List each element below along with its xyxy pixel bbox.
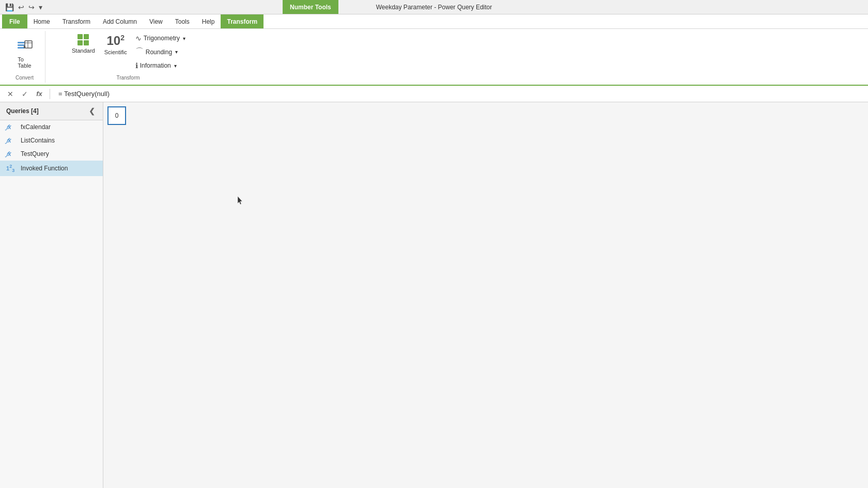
collapse-sidebar-button[interactable]: ❮ — [87, 106, 97, 116]
transform-group-label: Transform — [116, 73, 140, 81]
sidebar-item-testquery[interactable]: 𝑓x TestQuery — [0, 147, 103, 161]
icon-123-invoked: 123 — [6, 164, 17, 173]
redo-button[interactable]: ↪ — [27, 2, 36, 12]
quick-access-dropdown[interactable]: ▾ — [38, 2, 43, 12]
tab-add-column[interactable]: Add Column — [97, 14, 143, 28]
formula-bar-divider — [50, 89, 50, 99]
fx-icon-listcontains: 𝑓x — [6, 137, 17, 144]
undo-button[interactable]: ↩ — [17, 2, 25, 12]
sidebar-item-fxcalendar[interactable]: 𝑓x fxCalendar — [0, 120, 103, 134]
standard-label: Standard — [72, 48, 95, 54]
queries-label: Queries [4] — [6, 107, 39, 115]
svg-rect-3 — [25, 41, 32, 48]
trigonometry-dropdown-icon: ▾ — [183, 36, 185, 41]
to-table-label: To Table — [18, 56, 31, 69]
save-button[interactable]: 💾 — [4, 2, 15, 12]
fx-icon-testquery: 𝑓x — [6, 150, 17, 158]
svg-rect-2 — [18, 47, 25, 49]
title-bar: 💾 ↩ ↪ ▾ Number Tools Weekday Parameter -… — [0, 0, 868, 14]
app-title: Weekday Parameter - Power Query Editor — [376, 4, 492, 11]
to-table-icon — [16, 38, 34, 56]
sidebar: Queries [4] ❮ 𝑓x fxCalendar 𝑓x ListConta… — [0, 102, 103, 488]
sidebar-item-invoked-function[interactable]: 123 Invoked Function — [0, 161, 103, 176]
main-area: Queries [4] ❮ 𝑓x fxCalendar 𝑓x ListConta… — [0, 102, 868, 488]
information-button[interactable]: ℹ Information ▾ — [133, 60, 188, 71]
information-icon: ℹ — [135, 61, 138, 70]
tab-transform[interactable]: Transform — [56, 14, 97, 28]
transform-group-content: Standard 102 Scientific ∿ Trigonometry ▾… — [69, 33, 188, 73]
ribbon-tabs: File Home Transform Add Column View Tool… — [0, 14, 868, 29]
tab-tools[interactable]: Tools — [169, 14, 196, 28]
fx-icon-fxcalendar: 𝑓x — [6, 123, 17, 131]
query-label-testquery: TestQuery — [21, 150, 49, 158]
sidebar-item-listcontains[interactable]: 𝑓x ListContains — [0, 134, 103, 147]
convert-group: To Table Convert — [4, 31, 45, 83]
information-label: Information — [140, 62, 171, 69]
tab-file[interactable]: File — [2, 14, 27, 28]
cursor-indicator — [237, 195, 243, 206]
quick-access-toolbar: 💾 ↩ ↪ ▾ — [0, 2, 48, 12]
scientific-label: Scientific — [104, 49, 127, 55]
standard-button[interactable]: Standard — [69, 33, 98, 55]
rounding-button[interactable]: ⌒ Rounding ▾ — [133, 45, 188, 58]
content-area: 0 — [103, 102, 868, 488]
tab-home[interactable]: Home — [27, 14, 56, 28]
formula-fx-button[interactable]: fx — [33, 88, 45, 100]
query-label-invoked-function: Invoked Function — [21, 165, 68, 172]
information-dropdown-icon: ▾ — [174, 63, 177, 69]
number-tools-tab[interactable]: Number Tools — [283, 0, 338, 14]
tab-help[interactable]: Help — [196, 14, 221, 28]
svg-rect-1 — [18, 44, 25, 46]
trigonometry-icon: ∿ — [135, 34, 142, 42]
tab-transform-active[interactable]: Transform — [221, 14, 264, 28]
query-label-fxcalendar: fxCalendar — [21, 123, 51, 131]
query-label-listcontains: ListContains — [21, 137, 55, 144]
rounding-icon: ⌒ — [135, 46, 144, 57]
ribbon: To Table Convert Standard — [0, 29, 868, 86]
trigonometry-label: Trigonometry — [144, 35, 180, 42]
transform-group: Standard 102 Scientific ∿ Trigonometry ▾… — [45, 31, 211, 83]
rounding-label: Rounding — [146, 49, 172, 56]
result-cell[interactable]: 0 — [107, 106, 126, 125]
formula-confirm-button[interactable]: ✓ — [19, 88, 31, 100]
convert-group-content: To Table — [12, 33, 37, 73]
rounding-dropdown-icon: ▾ — [175, 49, 178, 55]
trig-rounding-info: ∿ Trigonometry ▾ ⌒ Rounding ▾ ℹ Informat… — [133, 33, 188, 71]
tab-view[interactable]: View — [143, 14, 169, 28]
trigonometry-button[interactable]: ∿ Trigonometry ▾ — [133, 33, 188, 43]
convert-group-label: Convert — [16, 73, 34, 81]
formula-cancel-button[interactable]: ✕ — [4, 88, 17, 100]
scientific-button[interactable]: 102 Scientific — [101, 33, 130, 56]
formula-bar: ✕ ✓ fx — [0, 86, 868, 102]
formula-input[interactable] — [54, 90, 864, 98]
to-table-button[interactable]: To Table — [12, 36, 37, 71]
svg-rect-0 — [18, 42, 25, 43]
sidebar-header: Queries [4] ❮ — [0, 102, 103, 120]
